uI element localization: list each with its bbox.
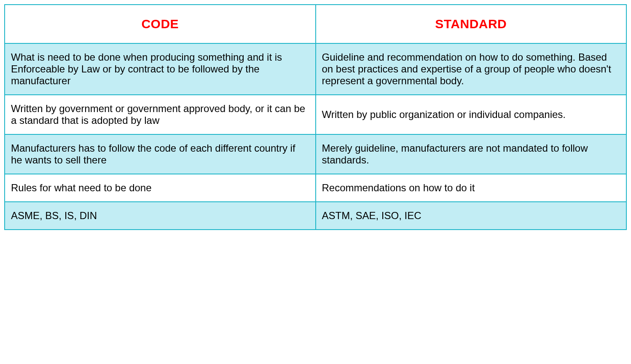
cell-standard: ASTM, SAE, ISO, IEC: [316, 202, 627, 230]
cell-standard: Recommendations on how to do it: [316, 174, 627, 202]
table-row: Manufacturers has to follow the code of …: [5, 134, 626, 174]
cell-code: Rules for what need to be done: [5, 174, 316, 202]
header-code: CODE: [5, 5, 316, 43]
cell-standard: Guideline and recommendation on how to d…: [316, 43, 627, 95]
table-row: Rules for what need to be done Recommend…: [5, 174, 626, 202]
cell-code: What is need to be done when producing s…: [5, 43, 316, 95]
cell-standard: Written by public organization or indivi…: [316, 95, 627, 134]
cell-code: Manufacturers has to follow the code of …: [5, 134, 316, 174]
table-row: What is need to be done when producing s…: [5, 43, 626, 95]
table-row: ASME, BS, IS, DIN ASTM, SAE, ISO, IEC: [5, 202, 626, 230]
table-header-row: CODE STANDARD: [5, 5, 626, 43]
header-standard: STANDARD: [316, 5, 627, 43]
cell-standard: Merely guideline, manufacturers are not …: [316, 134, 627, 174]
comparison-table: CODE STANDARD What is need to be done wh…: [4, 4, 627, 230]
cell-code: Written by government or government appr…: [5, 95, 316, 134]
comparison-table-container: CODE STANDARD What is need to be done wh…: [4, 4, 627, 230]
cell-code: ASME, BS, IS, DIN: [5, 202, 316, 230]
table-row: Written by government or government appr…: [5, 95, 626, 134]
